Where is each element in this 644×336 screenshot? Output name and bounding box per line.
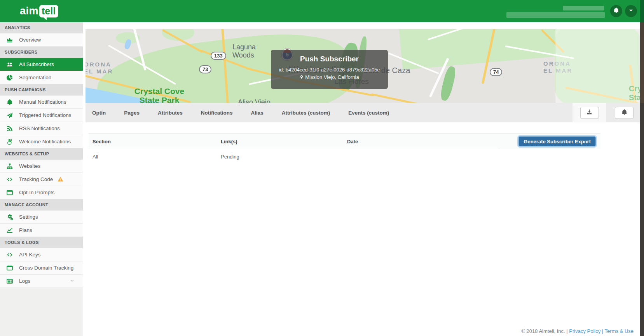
tab-attributes-custom[interactable]: Attributes (custom)	[282, 110, 330, 116]
tab-notifications[interactable]: Notifications	[201, 110, 233, 116]
sidebar-section-header-websites-setup: WEBSITES & SETUP	[0, 148, 83, 160]
sidebar-item-all-subscribers[interactable]: All Subscribers	[0, 58, 83, 71]
sidebar-section-header-tools-logs: TOOLS & LOGS	[0, 237, 83, 248]
warning-icon	[57, 176, 64, 182]
subscriber-location-text: Mission Viejo, California	[305, 74, 359, 80]
tab-pages[interactable]: Pages	[124, 110, 140, 116]
column-header-date: Date	[347, 139, 358, 144]
location-pin-icon	[300, 75, 304, 80]
sidebar-section-header-analytics: ANALYTICS	[0, 22, 83, 33]
sidebar-section-header-subscribers: SUBSCRIBERS	[0, 47, 83, 58]
caret-down-icon	[628, 7, 634, 15]
privacy-policy-link[interactable]: Privacy Policy	[569, 328, 600, 334]
terms-link[interactable]: Terms & Use	[605, 328, 634, 334]
main-content: ORONA EL MAR Crystal Cove State Park Lag…	[86, 29, 640, 164]
subscriber-tabbar: OptinPagesAttributesNotificationsAliasAt…	[86, 103, 640, 122]
logo-speech-bubble: tell	[39, 5, 58, 17]
download-panel	[572, 103, 606, 122]
footer-separator: |	[566, 328, 567, 334]
tab-optin[interactable]: Optin	[92, 110, 106, 116]
page-scrollbar[interactable]	[640, 0, 644, 336]
sidebar-item-label: Welcome Notifications	[19, 139, 71, 144]
sidebar-item-settings[interactable]: Settings	[0, 211, 83, 224]
paper-plane-icon	[6, 112, 13, 118]
account-menu-button[interactable]	[625, 5, 637, 17]
logs-icon	[6, 278, 13, 284]
rss-icon	[6, 125, 13, 132]
push-subscriber-card: Push Subscriber id: b4204ced-31f0-a27c-0…	[271, 50, 388, 89]
notify-subscriber-button[interactable]	[615, 107, 634, 119]
sitemap-icon	[6, 163, 13, 169]
sidebar-item-label: Tracking Code	[19, 176, 53, 182]
sidebar-item-label: Settings	[19, 214, 38, 220]
subscriber-location-map[interactable]: ORONA EL MAR Crystal Cove State Park Lag…	[86, 29, 640, 103]
map-label-aliso-viejo: Aliso Viejo	[238, 98, 271, 103]
sidebar-item-tracking-code[interactable]: Tracking Code	[0, 173, 83, 186]
column-header-link-s: Link(s)	[221, 139, 237, 144]
bell-icon	[6, 99, 13, 105]
window-icon	[6, 190, 13, 196]
tab-alias[interactable]: Alias	[251, 110, 264, 116]
sidebar-section-header-manage-account: MANAGE ACCOUNT	[0, 199, 83, 211]
subscriber-id: id: b4204ced-31f0-a27c-0026-d879c822a05e	[271, 67, 388, 73]
sidebar-item-rss-notifications[interactable]: RSS Notifications	[0, 122, 83, 135]
logo-aim-text: aim	[20, 5, 38, 17]
top-header: aimtell	[0, 0, 644, 22]
map-label-corona-del-mar: ORONA EL MAR	[86, 61, 113, 75]
table-cell: Pending	[221, 153, 239, 159]
window-icon	[6, 265, 13, 271]
sidebar-item-label: Overview	[19, 37, 41, 43]
map-label-laguna-woods: Laguna Woods	[232, 43, 256, 59]
map-label-crystal-cove: Crystal Cove State Park	[117, 87, 202, 103]
footer: © 2018 Aimtell, Inc. | Privacy Policy | …	[521, 328, 634, 334]
sidebar-item-overview[interactable]: Overview	[0, 33, 83, 47]
optin-table: SectionLink(s)Date Generate Subscriber E…	[89, 133, 600, 164]
sidebar-item-label: API Keys	[19, 252, 41, 258]
sidebar-item-cross-domain-tracking[interactable]: Cross Domain Tracking	[0, 261, 83, 275]
sidebar-item-welcome-notifications[interactable]: Welcome Notifications	[0, 135, 83, 148]
gears-icon	[6, 214, 13, 220]
sidebar-item-manual-notifications[interactable]: Manual Notifications	[0, 96, 83, 109]
sidebar-item-websites[interactable]: Websites	[0, 160, 83, 173]
code-icon	[6, 252, 13, 258]
sidebar-item-label: All Subscribers	[19, 61, 54, 67]
sidebar-item-label: Logs	[19, 278, 30, 284]
aimtell-logo[interactable]: aimtell	[0, 0, 78, 22]
generate-subscriber-export-button[interactable]: Generate Subscriber Export	[518, 136, 596, 146]
sidebar-item-segmentation[interactable]: Segmentation	[0, 71, 83, 84]
route-shield-74: 74	[490, 68, 502, 76]
pie-chart-icon	[6, 75, 13, 81]
tab-attributes[interactable]: Attributes	[158, 110, 183, 116]
sidebar-item-logs[interactable]: Logs	[0, 275, 83, 288]
sidebar-item-label: Opt-In Prompts	[19, 190, 55, 195]
download-icon	[586, 109, 592, 117]
line-chart-icon	[6, 227, 13, 233]
account-name-redacted	[563, 6, 604, 10]
export-download-button[interactable]	[580, 107, 599, 119]
sidebar-item-label: Cross Domain Tracking	[19, 265, 73, 271]
sidebar: ANALYTICSOverviewSUBSCRIBERSAll Subscrib…	[0, 22, 83, 336]
sidebar-item-label: Triggered Notifications	[19, 112, 72, 118]
route-shield-133: 133	[211, 52, 226, 60]
sidebar-item-triggered-notifications[interactable]: Triggered Notifications	[0, 109, 83, 122]
push-subscriber-title: Push Subscriber	[271, 55, 388, 63]
code-icon	[6, 176, 13, 183]
map-highway	[371, 93, 422, 103]
sidebar-item-plans[interactable]: Plans	[0, 224, 83, 237]
account-url-redacted	[506, 12, 605, 18]
table-row[interactable]: AllPending	[89, 149, 600, 164]
sidebar-item-label: Plans	[19, 227, 32, 233]
users-icon	[6, 61, 13, 68]
sidebar-section-header-push-campaigns: PUSH CAMPAIGNS	[0, 84, 83, 96]
sidebar-item-api-keys[interactable]: API Keys	[0, 248, 83, 261]
tab-events-custom[interactable]: Events (custom)	[348, 110, 389, 116]
chevron-down-icon	[68, 279, 76, 283]
subscriber-location: Mission Viejo, California	[271, 74, 388, 80]
bell-icon	[613, 7, 619, 15]
notifications-button[interactable]	[610, 5, 622, 17]
column-header-section: Section	[92, 139, 111, 144]
sidebar-item-label: Websites	[19, 163, 40, 169]
route-shield-73: 73	[199, 65, 211, 73]
sidebar-item-opt-in-prompts[interactable]: Opt-In Prompts	[0, 186, 83, 199]
table-cell: All	[92, 153, 98, 159]
